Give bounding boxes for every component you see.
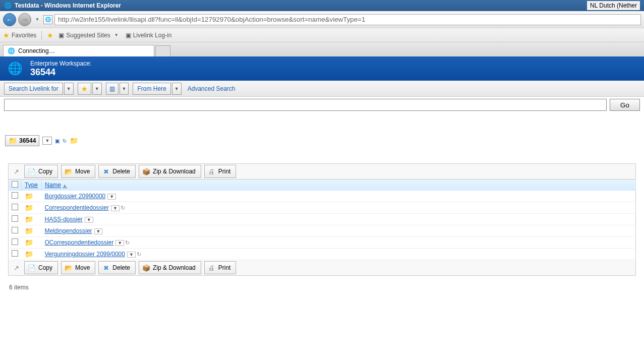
forward-button[interactable]: → <box>18 13 31 26</box>
copy-button[interactable]: 📄Copy <box>24 165 58 178</box>
row-checkbox[interactable] <box>12 192 18 199</box>
search-toolbar: Search Livelink for ▼ ★ ▼ ▥ ▼ From Here … <box>0 81 644 97</box>
search-from-button[interactable]: From Here <box>133 83 170 95</box>
folder-icon: 📁 <box>25 250 33 258</box>
file-name-link[interactable]: Meldingendossier <box>45 227 92 234</box>
col-type[interactable]: Type <box>22 179 42 191</box>
zip-download-button[interactable]: 📦Zip & Download <box>139 165 201 178</box>
folder-icon: 📁 <box>25 204 33 212</box>
view-dropdown[interactable]: ▼ <box>120 83 129 95</box>
page-icon: ▣ <box>126 32 131 39</box>
favorites-button[interactable]: ★ Favorites <box>3 31 36 39</box>
tab-bar: 🌐 Connecting… <box>0 42 644 56</box>
loading-icon: 🌐 <box>8 47 15 54</box>
delete-button[interactable]: ✖Delete <box>98 261 136 274</box>
file-name-link[interactable]: HASS-dossier <box>45 216 83 223</box>
expand-icon[interactable]: ▣ <box>55 138 60 144</box>
row-menu-dropdown[interactable]: ▼ <box>111 205 120 211</box>
view-button[interactable]: ▥ <box>106 83 119 95</box>
print-button[interactable]: 🖨Print <box>204 165 237 178</box>
delete-button[interactable]: ✖Delete <box>98 165 136 178</box>
delete-icon: ✖ <box>102 264 110 272</box>
copy-icon: 📄 <box>28 167 36 175</box>
favorites-search-dropdown[interactable]: ▼ <box>92 83 102 95</box>
search-scope-dropdown[interactable]: ▼ <box>64 83 74 95</box>
go-button[interactable]: Go <box>610 99 640 111</box>
table-row: 📁OCorrespondentiedossier▼↻ <box>9 237 636 249</box>
row-checkbox[interactable] <box>12 238 18 245</box>
address-bar[interactable] <box>54 14 641 25</box>
workspace-label: Enterprise Workspace: <box>30 60 91 67</box>
sort-asc-icon: ▲ <box>63 183 67 188</box>
breadcrumb-current[interactable]: 📁 36544 <box>5 135 39 146</box>
row-checkbox[interactable] <box>12 215 18 222</box>
copy-button[interactable]: 📄Copy <box>24 261 58 274</box>
bottom-toolbar: ↗ 📄Copy 📂Move ✖Delete 📦Zip & Download 🖨P… <box>8 260 636 276</box>
row-menu-dropdown[interactable]: ▼ <box>115 240 124 246</box>
row-menu-dropdown[interactable]: ▼ <box>94 228 103 234</box>
back-button[interactable]: ← <box>3 13 16 26</box>
ie-icon: 🌐 <box>4 2 12 9</box>
sync-icon: ↻ <box>137 251 141 257</box>
livelink-login-link[interactable]: ▣ Livelink Log-in <box>126 32 172 39</box>
select-toggle-icon[interactable]: ↗ <box>12 264 21 272</box>
favorites-label: Favorites <box>12 32 36 39</box>
search-input-row: Go <box>0 97 644 113</box>
favorites-search-button[interactable]: ★ <box>78 83 91 95</box>
delete-icon: ✖ <box>102 167 110 175</box>
row-checkbox[interactable] <box>12 227 18 233</box>
file-table: Type Name▲ 📁Borgdossier 20990000▼📁Corres… <box>8 179 636 260</box>
select-toggle-icon[interactable]: ↗ <box>12 168 21 175</box>
col-checkbox[interactable] <box>9 179 22 191</box>
suggested-sites-label: Suggested Sites <box>66 32 110 39</box>
row-checkbox[interactable] <box>12 250 18 257</box>
table-row: 📁HASS-dossier▼ <box>9 214 636 225</box>
row-menu-dropdown[interactable]: ▼ <box>85 217 93 223</box>
breadcrumb-label: 36544 <box>19 137 36 144</box>
zip-icon: 📦 <box>142 167 150 175</box>
window-title: Testdata - Windows Internet Explorer <box>15 2 121 9</box>
sync-icon: ↻ <box>125 239 130 246</box>
window-titlebar: 🌐 Testdata - Windows Internet Explorer N… <box>0 0 644 11</box>
zip-download-button[interactable]: 📦Zip & Download <box>139 261 201 274</box>
new-tab-button[interactable] <box>155 45 170 56</box>
nav-history-dropdown[interactable]: ▼ <box>33 17 41 22</box>
row-menu-dropdown[interactable]: ▼ <box>127 252 136 258</box>
zip-icon: 📦 <box>142 264 150 272</box>
workspace-id: 36544 <box>30 67 91 78</box>
workspace-logo: 🌐 <box>5 59 25 78</box>
page-icon: 🌐 <box>43 15 52 24</box>
row-checkbox[interactable] <box>12 204 18 210</box>
col-name[interactable]: Name▲ <box>42 179 636 191</box>
breadcrumb-dropdown[interactable]: ▼ <box>42 137 52 145</box>
copy-icon: 📄 <box>28 264 36 272</box>
folder-icon: 📁 <box>25 215 33 223</box>
suggested-sites-link[interactable]: ▣ Suggested Sites ▼ <box>58 32 120 39</box>
table-row: 📁Borgdossier 20990000▼ <box>9 191 636 202</box>
chevron-down-icon: ▼ <box>112 33 121 37</box>
file-name-link[interactable]: OCorrespondentiedossier <box>45 239 114 246</box>
table-row: 📁Meldingendossier▼ <box>9 225 636 237</box>
file-name-link[interactable]: Borgdossier 20990000 <box>45 193 106 200</box>
folder-up-icon[interactable]: 📁 <box>70 137 78 145</box>
separator <box>41 31 42 40</box>
move-button[interactable]: 📂Move <box>61 165 95 178</box>
livelink-login-label: Livelink Log-in <box>133 32 172 39</box>
move-button[interactable]: 📂Move <box>61 261 95 274</box>
file-name-link[interactable]: Correspondentiedossier <box>45 204 109 211</box>
star-icon: ★ <box>3 31 10 39</box>
search-from-dropdown[interactable]: ▼ <box>172 83 182 95</box>
advanced-search-link[interactable]: Advanced Search <box>188 85 236 92</box>
row-menu-dropdown[interactable]: ▼ <box>107 194 116 200</box>
refresh-icon[interactable]: ↻ <box>63 138 67 144</box>
add-favorite-button[interactable]: ★ <box>47 31 53 39</box>
search-scope-button[interactable]: Search Livelink for <box>4 83 63 95</box>
browser-tab[interactable]: 🌐 Connecting… <box>3 45 154 56</box>
item-count: 6 items <box>0 276 644 299</box>
language-indicator[interactable]: NL Dutch (Nether <box>587 1 640 10</box>
page-icon: ▣ <box>58 32 64 39</box>
search-input[interactable] <box>4 99 607 111</box>
select-all-checkbox[interactable] <box>12 181 18 188</box>
file-name-link[interactable]: Vergunningdossier 2099/0000 <box>45 251 125 258</box>
print-button[interactable]: 🖨Print <box>204 261 237 274</box>
